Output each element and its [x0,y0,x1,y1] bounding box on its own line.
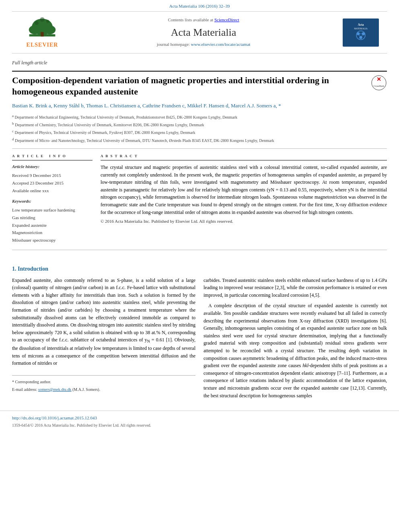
svg-point-7 [40,17,44,22]
article-type: Full length article [12,60,387,66]
contents-line: Contents lists available at ScienceDirec… [64,17,343,23]
svg-text:Acta: Acta [358,23,364,27]
affiliation-b: b Department of Chemistry, Technical Uni… [12,121,387,128]
email-note: E-mail address: somers@mek.dtu.dk (M.A.J… [12,386,195,393]
svg-point-3 [44,25,56,34]
title-divider-top [12,71,387,72]
keyword-5: Mössbauer spectroscopy [12,237,93,244]
abstract-header: A B S T R A C T [101,154,387,160]
keyword-2: Gas nitriding [12,215,93,221]
footer: http://dx.doi.org/10.1016/j.actamat.2015… [0,411,399,432]
journal-header: ELSEVIER Contents lists available at Sci… [12,11,387,53]
journal-name: Acta Materialia [64,25,343,40]
svg-point-6 [46,20,49,23]
corresponding-note: * Corresponding author. [12,379,195,385]
keyword-1: Low temperature surface hardening [12,207,93,214]
affiliation-c: c Department of Physics, Technical Unive… [12,129,387,136]
acta-logo: Acta MATERIALIA [343,18,379,47]
svg-point-5 [35,21,39,25]
article-title-row: Composition-dependent variation of magne… [12,75,387,98]
footnote-section: * Corresponding author. E-mail address: … [12,375,195,392]
left-body-col: Expanded austenite, also commonly referr… [12,277,195,403]
page: Acta Materialia 106 (2016) 32–39 ELSEVIE… [0,0,399,532]
online-date: Available online xxx [12,188,93,194]
right-para-2: A complete description of the crystal st… [204,302,387,399]
keyword-4: Magnetostriction [12,230,93,236]
article-info-header: A R T I C L E I N F O [12,154,93,160]
article-info-abstract: A R T I C L E I N F O Article history: R… [12,154,387,245]
left-para-1: Expanded austenite, also commonly referr… [12,277,195,367]
doi-link[interactable]: http://dx.doi.org/10.1016/j.actamat.2015… [12,415,387,421]
svg-point-2 [29,25,41,34]
crossmark-icon: ✕ CrossMark [371,75,387,91]
accepted-date: Accepted 23 December 2015 [12,180,93,187]
svg-text:✕: ✕ [376,76,381,82]
svg-text:MATERIALIA: MATERIALIA [354,27,368,30]
journal-homepage: journal homepage: www.elsevier.com/locat… [64,41,343,48]
email-link[interactable]: somers@mek.dtu.dk [38,387,72,392]
affiliation-a: a Department of Mechanical Engineering, … [12,113,387,120]
article-content: Full length article Composition-dependen… [0,53,399,261]
intro-title: 1. Introduction [12,265,387,273]
sciencedirect-link[interactable]: ScienceDirect [214,17,239,22]
abstract-text: The crystal structure and magnetic prope… [101,164,387,216]
article-title: Composition-dependent variation of magne… [12,75,365,98]
svg-rect-4 [41,32,43,37]
citation-text: Acta Materialia 106 (2016) 32–39 [169,4,230,8]
journal-citation: Acta Materialia 106 (2016) 32–39 [0,0,399,11]
homepage-url[interactable]: www.elsevier.com/locate/actamat [191,42,251,47]
affiliation-d: d Department of Micro- and Nanotechnolog… [12,137,387,144]
copyright-line: © 2016 Acta Materialia Inc. Published by… [101,218,387,225]
article-info-col: A R T I C L E I N F O Article history: R… [12,154,93,245]
info-divider [12,148,387,149]
svg-text:CrossMark: CrossMark [374,85,385,87]
affiliations: a Department of Mechanical Engineering, … [12,113,387,144]
article-history-label: Article history: [12,164,93,170]
right-para-1: carbides. Treated austenitic stainless s… [204,277,387,299]
keyword-3: Expanded austenite [12,222,93,229]
issn-line: 1359-6454/© 2016 Acta Materialia Inc. Pu… [12,423,387,429]
abstract-col: A B S T R A C T The crystal structure an… [101,154,387,245]
authors: Bastian K. Brink a, Kenny Ståhl b, Thoma… [12,102,387,110]
body-two-col: Expanded austenite, also commonly referr… [12,277,387,403]
keywords-label: Keywords: [12,198,93,205]
journal-center: Contents lists available at ScienceDirec… [64,17,343,48]
section-divider [12,250,387,250]
body-section: 1. Introduction Expanded austenite, also… [0,261,399,407]
right-body-col: carbides. Treated austenitic stainless s… [204,277,387,403]
acta-materialia-logo-icon: Acta MATERIALIA [347,21,375,43]
elsevier-tree-icon [26,16,58,40]
elsevier-brand: ELSEVIER [27,41,58,49]
received-date: Received 9 December 2015 [12,173,93,179]
elsevier-logo: ELSEVIER [20,16,64,49]
